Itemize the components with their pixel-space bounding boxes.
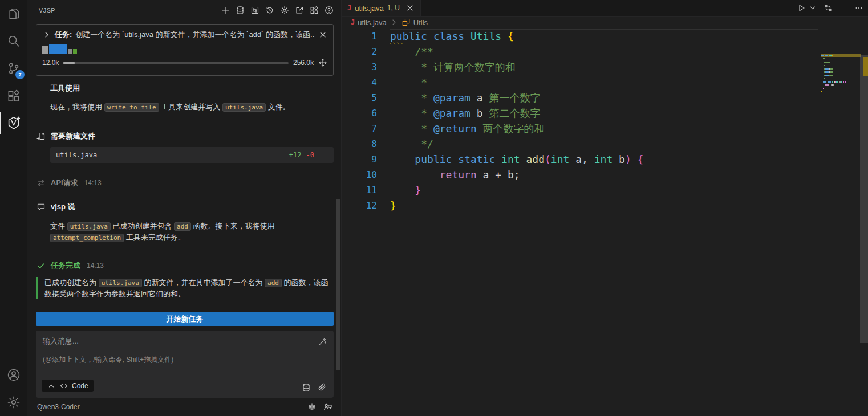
code-line-8[interactable]: 8 */ [342,136,868,152]
check-icon [36,261,46,270]
activity-search-icon[interactable] [0,27,27,55]
panel-header: VJSP [27,0,341,20]
run-dropdown-icon[interactable] [808,3,817,13]
tab-close-icon[interactable] [405,3,415,13]
java-file-icon: J [351,18,355,26]
auto-approve-scale-icon[interactable] [307,402,317,411]
attach-icon[interactable] [318,383,327,392]
code-chip: utils.java [99,279,142,287]
line-number: 1 [342,28,377,44]
scm-badge: 7 [15,70,25,79]
assistant-says-text: 文件 utils.java 已成功创建并包含 add 函数。接下来，我将使用 a… [50,221,332,243]
lines-added: +12 [289,151,302,159]
breadcrumb-file[interactable]: utils.java [358,18,387,27]
code-chip: write_to_file [104,103,159,112]
code-line-11[interactable]: 11 } [342,182,868,198]
line-number: 11 [342,182,377,198]
context-block-task [68,49,72,54]
code-chip: add [265,279,282,287]
tab-title: utils.java [355,4,384,13]
code-line-6[interactable]: 6 * @param b 第二个数字 [342,105,868,121]
model-selector[interactable]: Qwen3-Coder [37,403,307,411]
mcp-servers-icon[interactable] [250,6,259,15]
breadcrumb[interactable]: J utils.java Utils [342,16,868,28]
feedback-icon[interactable] [323,402,332,411]
code-line-2[interactable]: 2 /** [342,44,868,59]
history-icon[interactable] [265,6,274,15]
tab-bar: J utils.java 1, U [342,0,868,17]
close-task-icon[interactable] [318,30,327,39]
task-complete-heading: 任务完成 14:13 [36,260,104,271]
sidebar-scrollbar[interactable] [336,199,340,370]
open-changes-icon[interactable] [824,3,833,13]
code-line-10[interactable]: 10 return a + b; [342,167,868,182]
marketplace-icon[interactable] [310,6,319,15]
activity-settings-icon[interactable] [0,389,27,416]
code-chip: attempt_completion [50,234,124,242]
line-number: 12 [342,198,377,213]
line-number: 3 [342,59,377,75]
line-number: 7 [342,121,377,136]
tool-use-heading: 工具使用 [50,83,80,93]
start-new-task-button[interactable]: 开始新任务 [36,312,334,326]
line-number: 2 [342,44,377,59]
line-number: 8 [342,136,377,152]
line-number: 9 [342,152,377,167]
task-summary: 创建一个名为 `utils.java 的新文件，并添加一个名为 `add` 的函… [75,30,315,40]
breadcrumb-symbol[interactable]: Utils [413,18,428,27]
more-actions-icon[interactable] [854,3,863,13]
tab-decoration: 1, U [387,4,400,12]
new-task-icon[interactable] [221,6,230,15]
activity-bar: 7 [0,0,27,416]
assistant-says-heading: vjsp 说 [36,202,75,212]
code-chip: add [174,222,191,231]
activity-bar-top: 7 [0,0,27,137]
tab-utils-java[interactable]: J utils.java 1, U [342,0,421,16]
enhance-prompt-icon[interactable] [318,337,327,346]
mode-selector[interactable]: Code [42,380,94,392]
code-line-5[interactable]: 5 * @param a 第一个数字 [342,90,868,105]
context-block-tools [49,44,67,54]
context-block-messages [73,49,77,54]
activity-vjsp-icon[interactable] [0,109,27,137]
open-file-icon[interactable] [319,150,328,160]
prompts-db-icon[interactable] [236,6,245,15]
swap-arrows-icon [36,178,46,187]
task-card[interactable]: 任务: 创建一个名为 `utils.java 的新文件，并添加一个名为 `add… [36,24,334,76]
minimap[interactable] [821,54,861,105]
code-chip: utils.java [222,103,266,112]
created-file-row[interactable]: utils.java +12 -0 [50,147,334,163]
activity-explorer-icon[interactable] [0,0,27,27]
run-icon[interactable] [797,3,806,13]
panel-footer: Qwen3-Coder [27,400,341,414]
editor-scrollbar[interactable] [860,55,868,343]
task-complete-text: 已成功创建名为 utils.java 的新文件，并在其中添加了一个名为 add … [36,277,332,299]
chat-input[interactable]: 输入消息... (@添加上下文，/输入命令, Shift+拖拽文件) Code [36,331,334,398]
split-editor-icon[interactable] [839,3,848,13]
line-number: 4 [342,75,377,90]
code-editor[interactable]: 1public class Utils {2 /**3 * 计算两个数字的和4 … [342,28,868,416]
panel-title: VJSP [39,7,55,14]
code-line-3[interactable]: 3 * 计算两个数字的和 [342,59,868,75]
help-icon[interactable] [325,6,334,15]
panel-header-icons [221,0,334,20]
context-block-system [42,46,48,54]
code-line-4[interactable]: 4 * [342,75,868,90]
code-line-12[interactable]: 12} [342,198,868,213]
open-in-editor-icon[interactable] [295,6,304,15]
activity-bar-bottom [0,361,27,416]
activity-extensions-icon[interactable] [0,82,27,109]
code-line-9[interactable]: 9 public static int add(int a, int b) { [342,152,868,167]
chevron-right-icon[interactable] [42,30,51,39]
tokens-max: 256.0k [293,59,314,67]
api-request-row[interactable]: API请求 14:13 [36,178,102,188]
context-db-icon[interactable] [302,383,311,392]
context-window-slider[interactable] [63,62,289,64]
comment-icon [36,202,46,211]
class-symbol-icon [401,18,411,27]
move-icon[interactable] [318,58,327,67]
activity-source-control-icon[interactable]: 7 [0,55,27,82]
settings-icon[interactable] [280,6,289,15]
activity-account-icon[interactable] [0,361,27,389]
code-line-7[interactable]: 7 * @return 两个数字的和 [342,121,868,136]
